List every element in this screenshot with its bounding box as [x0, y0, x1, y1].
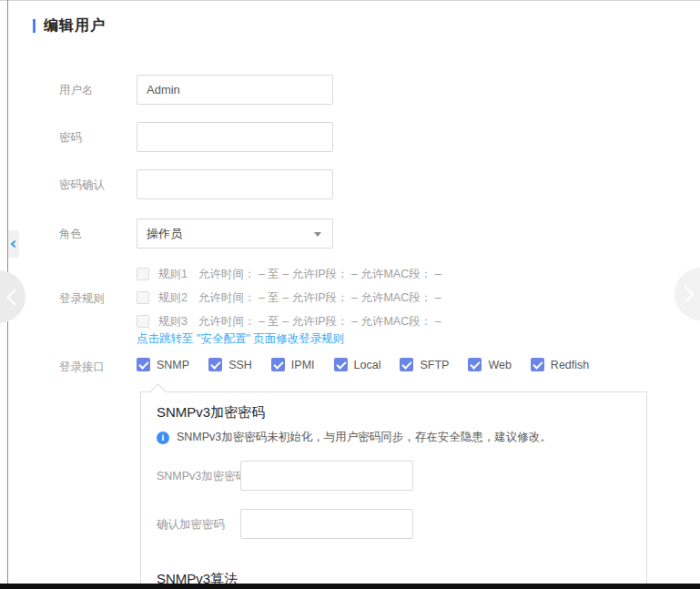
- chevron-left-icon: [11, 240, 18, 248]
- info-icon: i: [157, 432, 169, 444]
- password-label: 密码: [59, 130, 82, 146]
- rule-detail: 允许时间： – 至 – 允许IP段： – 允许MAC段： –: [198, 290, 441, 306]
- login-rule-row: 规则3 允许时间： – 至 – 允许IP段： – 允许MAC段： –: [137, 310, 441, 333]
- rule-detail: 允许时间： – 至 – 允许IP段： – 允许MAC段： –: [198, 314, 441, 330]
- title-accent-bar: [33, 19, 36, 33]
- security-config-link[interactable]: 点击跳转至 "安全配置" 页面修改登录规则: [137, 331, 344, 347]
- bottom-black-bar: [0, 584, 700, 589]
- carousel-left-button[interactable]: [0, 270, 25, 323]
- snmpv3-password-label: SNMPv3加密密码: [157, 469, 247, 484]
- login-rule-row: 规则2 允许时间： – 至 – 允许IP段： – 允许MAC段： –: [137, 286, 441, 310]
- rule3-checkbox[interactable]: [137, 315, 149, 328]
- page-header: 编辑用户: [33, 16, 106, 36]
- interface-option-label: IPMI: [291, 359, 315, 371]
- role-label: 角色: [59, 227, 82, 242]
- checkbox-checked-icon[interactable]: [137, 358, 150, 371]
- carousel-right-button[interactable]: [675, 268, 700, 320]
- username-label: 用户名: [59, 83, 94, 98]
- check-icon: [273, 359, 283, 369]
- snmpv3-password-confirm-label: 确认加密密码: [157, 517, 225, 533]
- role-select-value: 操作员: [147, 226, 182, 242]
- interface-option-label: SNMP: [157, 359, 189, 371]
- login-interface-row: SNMP SSH IPMI Local SFTP Web Redfish: [137, 358, 589, 371]
- chevron-down-icon: [314, 232, 321, 237]
- chevron-left-icon: [6, 289, 23, 305]
- interface-option-snmp[interactable]: SNMP: [137, 358, 189, 371]
- password-input[interactable]: [137, 122, 333, 152]
- edit-user-page: 编辑用户 用户名 密码 密码确认 角色 操作员 登录规则 规则1 允许时间： –…: [0, 0, 700, 589]
- check-icon: [471, 359, 481, 369]
- check-icon: [533, 359, 543, 369]
- sidebar-collapse-tab[interactable]: [8, 230, 19, 258]
- checkbox-checked-icon[interactable]: [271, 358, 285, 371]
- interface-option-local[interactable]: Local: [334, 358, 381, 371]
- check-icon: [138, 359, 148, 369]
- interface-option-label: Local: [354, 359, 381, 371]
- username-input[interactable]: [137, 75, 333, 105]
- snmpv3-panel-title: SNMPv3加密密码: [157, 404, 265, 421]
- snmpv3-password-input[interactable]: [240, 461, 413, 491]
- rule-name: 规则1: [158, 267, 188, 282]
- rule-name: 规则3: [158, 314, 188, 330]
- checkbox-checked-icon[interactable]: [400, 358, 413, 371]
- password-confirm-input[interactable]: [137, 169, 333, 199]
- interface-option-ipmi[interactable]: IPMI: [271, 358, 315, 371]
- top-border: [0, 0, 700, 1]
- interface-option-redfish[interactable]: Redfish: [531, 358, 589, 371]
- interface-option-ssh[interactable]: SSH: [208, 358, 252, 371]
- check-icon: [336, 359, 346, 369]
- snmpv3-notice: i SNMPv3加密密码未初始化，与用户密码同步，存在安全隐患，建议修改。: [157, 430, 552, 445]
- interface-option-web[interactable]: Web: [468, 358, 511, 371]
- interface-option-label: SSH: [228, 359, 252, 371]
- snmpv3-password-confirm-input[interactable]: [240, 509, 413, 539]
- password-confirm-label: 密码确认: [59, 178, 105, 193]
- rule-name: 规则2: [158, 290, 188, 306]
- checkbox-checked-icon[interactable]: [208, 358, 222, 371]
- checkbox-checked-icon[interactable]: [334, 358, 348, 371]
- interface-option-label: SFTP: [420, 359, 449, 371]
- checkbox-checked-icon[interactable]: [468, 358, 482, 371]
- role-select[interactable]: 操作员: [137, 218, 333, 249]
- snmpv3-panel: SNMPv3加密密码 i SNMPv3加密密码未初始化，与用户密码同步，存在安全…: [140, 391, 647, 589]
- interface-option-label: Web: [488, 359, 511, 371]
- rule2-checkbox[interactable]: [137, 291, 149, 304]
- panel-notch: [149, 383, 166, 400]
- login-rule-row: 规则1 允许时间： – 至 – 允许IP段： – 允许MAC段： –: [137, 262, 441, 286]
- login-interface-label: 登录接口: [59, 360, 105, 375]
- login-rules-label: 登录规则: [59, 291, 105, 307]
- check-icon: [402, 359, 412, 369]
- check-icon: [210, 359, 220, 369]
- checkbox-checked-icon[interactable]: [531, 358, 544, 371]
- rule-detail: 允许时间： – 至 – 允许IP段： – 允许MAC段： –: [198, 267, 441, 282]
- page-title: 编辑用户: [44, 16, 106, 36]
- interface-option-sftp[interactable]: SFTP: [400, 358, 449, 371]
- snmpv3-notice-text: SNMPv3加密密码未初始化，与用户密码同步，存在安全隐患，建议修改。: [177, 430, 552, 445]
- chevron-right-icon: [677, 286, 694, 302]
- rule1-checkbox[interactable]: [137, 268, 149, 280]
- interface-option-label: Redfish: [551, 359, 589, 371]
